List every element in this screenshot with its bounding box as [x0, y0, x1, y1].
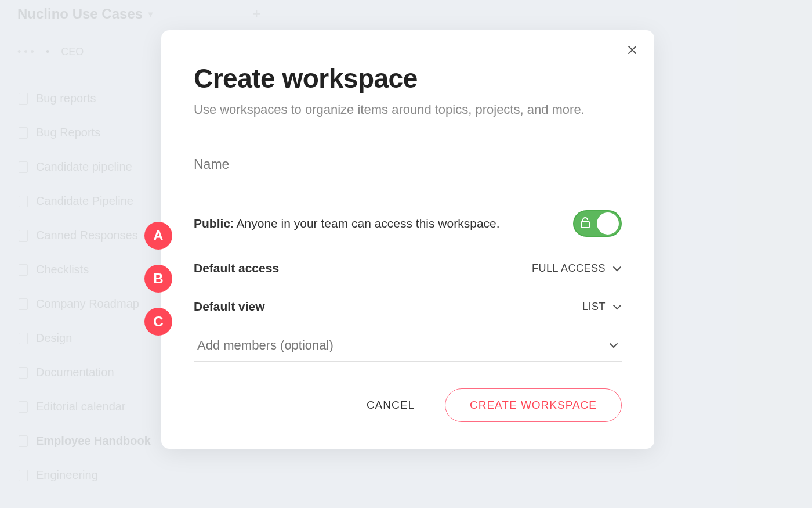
unlock-icon — [580, 217, 590, 230]
svg-rect-0 — [581, 222, 589, 228]
modal-subtitle: Use workspaces to organize items around … — [194, 102, 622, 117]
members-placeholder: Add members (optional) — [197, 338, 334, 353]
default-view-label: Default view — [194, 300, 265, 314]
chevron-down-icon — [609, 340, 618, 351]
close-icon[interactable] — [626, 44, 638, 58]
public-label: Public: Anyone in your team can access t… — [194, 217, 500, 230]
public-toggle[interactable] — [573, 210, 622, 237]
toggle-knob — [597, 212, 619, 235]
annotation-badge-a: A — [144, 222, 172, 250]
chevron-down-icon — [612, 262, 622, 275]
public-row: Public: Anyone in your team can access t… — [194, 210, 622, 237]
modal-button-row: CANCEL CREATE WORKSPACE — [194, 388, 622, 422]
default-view-row: Default view LIST — [194, 300, 622, 314]
cancel-button[interactable]: CANCEL — [361, 390, 420, 421]
workspace-name-input[interactable] — [194, 152, 622, 181]
chevron-down-icon — [612, 301, 622, 313]
default-view-dropdown[interactable]: LIST — [582, 301, 622, 313]
annotation-badge-b: B — [144, 265, 172, 293]
default-access-label: Default access — [194, 261, 279, 275]
annotation-badge-c: C — [144, 308, 172, 336]
create-workspace-modal: Create workspace Use workspaces to organ… — [161, 30, 654, 449]
add-members-select[interactable]: Add members (optional) — [194, 338, 622, 362]
default-access-dropdown[interactable]: FULL ACCESS — [532, 262, 622, 275]
modal-title: Create workspace — [194, 63, 622, 94]
default-access-row: Default access FULL ACCESS — [194, 261, 622, 275]
create-workspace-button[interactable]: CREATE WORKSPACE — [445, 388, 622, 422]
